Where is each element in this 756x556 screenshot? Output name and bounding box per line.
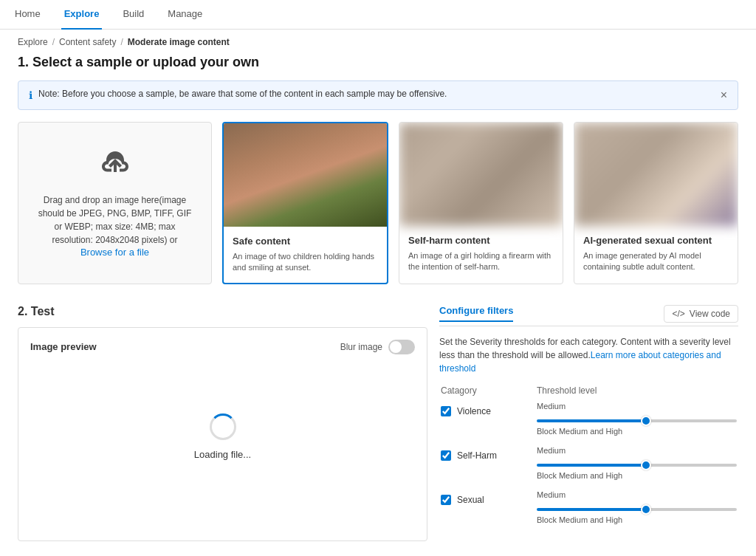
violence-label: Violence xyxy=(457,406,491,416)
upload-card[interactable]: Drag and drop an image here(image should… xyxy=(18,122,212,284)
alert-icon: ℹ xyxy=(29,89,32,101)
safe-card-title: Safe content xyxy=(233,236,378,247)
loading-text: Loading file... xyxy=(194,449,251,460)
loading-area: Loading file... xyxy=(30,363,415,511)
filters-description: Set the Severity thresholds for each cat… xyxy=(439,335,738,375)
selfharm-level: Medium xyxy=(537,446,737,455)
browse-link[interactable]: Browse for a file xyxy=(80,247,149,258)
filters-header: Configure filters </> View code xyxy=(439,305,738,323)
alert-banner: ℹ Note: Before you choose a sample, be a… xyxy=(18,80,738,110)
safe-card-image xyxy=(224,123,387,227)
ai-sexual-card-title: AI-generated sexual content xyxy=(583,235,729,246)
blur-toggle-area: Blur image xyxy=(340,340,415,354)
violence-block-label: Block Medium and High xyxy=(537,427,737,436)
breadcrumb-content-safety[interactable]: Content safety xyxy=(59,37,116,47)
upload-description: Drag and drop an image here(image should… xyxy=(33,193,196,247)
bottom-section: 2. Test Image preview Blur image Loading… xyxy=(18,305,738,541)
breadcrumb-explore[interactable]: Explore xyxy=(18,37,48,47)
view-code-button[interactable]: </> View code xyxy=(664,305,738,323)
sexual-slider-area: Medium Block Medium and High xyxy=(537,490,737,524)
test-title: 2. Test xyxy=(18,305,427,318)
violence-level: Medium xyxy=(537,402,737,411)
sexual-slider[interactable] xyxy=(537,508,737,511)
nav-build[interactable]: Build xyxy=(120,0,147,30)
filters-panel: Configure filters </> View code Set the … xyxy=(439,305,738,541)
selfharm-label: Self-Harm xyxy=(457,450,497,461)
nav-explore[interactable]: Explore xyxy=(61,0,103,30)
upload-icon xyxy=(97,148,133,185)
ai-sexual-card-body: AI-generated sexual content An image gen… xyxy=(574,226,738,282)
nav-manage[interactable]: Manage xyxy=(165,0,205,30)
filters-table-header: Catagory Threshold level xyxy=(439,385,738,396)
selfharm-card-desc: An image of a girl holding a firearm wit… xyxy=(408,250,554,273)
filter-row-sexual: Sexual Medium Block Medium and High xyxy=(439,490,738,524)
nav-home[interactable]: Home xyxy=(12,0,44,30)
image-preview-label: Image preview xyxy=(30,341,97,352)
sexual-label: Sexual xyxy=(457,495,484,505)
main-content: 1. Select a sample or upload your own ℹ … xyxy=(0,55,756,556)
code-icon: </> xyxy=(672,309,684,319)
top-nav: Home Explore Build Manage xyxy=(0,0,756,30)
selfharm-block-label: Block Medium and High xyxy=(537,471,737,480)
test-box: Image preview Blur image Loading file... xyxy=(18,327,427,541)
sexual-block-label: Block Medium and High xyxy=(537,515,737,524)
violence-slider[interactable] xyxy=(537,419,737,422)
breadcrumb-current: Moderate image content xyxy=(128,37,230,47)
safe-card-desc: An image of two children holding hands a… xyxy=(233,251,378,274)
alert-text-area: ℹ Note: Before you choose a sample, be a… xyxy=(29,89,447,101)
test-panel: 2. Test Image preview Blur image Loading… xyxy=(18,305,427,541)
filters-divider xyxy=(439,326,738,326)
col-header-threshold: Threshold level xyxy=(537,385,737,396)
selfharm-check-label: Self-Harm xyxy=(441,450,537,461)
sexual-check-label: Sexual xyxy=(441,495,537,505)
sexual-checkbox[interactable] xyxy=(441,495,451,505)
alert-message: Note: Before you choose a sample, be awa… xyxy=(38,89,447,99)
breadcrumb-sep-2: / xyxy=(120,37,123,47)
filter-row-selfharm: Self-Harm Medium Block Medium and High xyxy=(439,446,738,480)
filter-row-violence: Violence Medium Block Medium and High xyxy=(439,402,738,436)
sample-card-ai-sexual[interactable]: AI-generated sexual content An image gen… xyxy=(574,122,738,284)
cards-row: Drag and drop an image here(image should… xyxy=(18,122,738,284)
breadcrumb-sep-1: / xyxy=(52,37,55,47)
safe-card-body: Safe content An image of two children ho… xyxy=(224,227,387,283)
violence-check-label: Violence xyxy=(441,406,537,416)
selfharm-slider[interactable] xyxy=(537,464,737,467)
ai-sexual-card-image xyxy=(574,123,738,226)
filters-title-area: Configure filters xyxy=(439,305,525,322)
selfharm-checkbox[interactable] xyxy=(441,450,451,461)
violence-checkbox[interactable] xyxy=(441,406,451,416)
alert-close-button[interactable]: × xyxy=(721,89,727,102)
ai-sexual-card-desc: An image generated by AI model containin… xyxy=(583,250,729,273)
sample-card-selfharm[interactable]: Self-harm content An image of a girl hol… xyxy=(399,122,563,284)
view-code-label: View code xyxy=(690,309,730,319)
selfharm-card-body: Self-harm content An image of a girl hol… xyxy=(399,226,563,282)
selfharm-slider-area: Medium Block Medium and High xyxy=(537,446,737,480)
selfharm-card-image xyxy=(399,123,563,226)
blur-toggle-switch[interactable] xyxy=(388,340,415,354)
section1-title: 1. Select a sample or upload your own xyxy=(18,55,738,70)
toggle-knob xyxy=(390,341,402,353)
col-header-category: Catagory xyxy=(441,385,537,396)
violence-slider-area: Medium Block Medium and High xyxy=(537,402,737,436)
configure-filters-tab[interactable]: Configure filters xyxy=(439,305,513,322)
selfharm-card-title: Self-harm content xyxy=(408,235,554,246)
test-box-header: Image preview Blur image xyxy=(30,340,415,354)
loading-spinner xyxy=(210,413,236,440)
breadcrumb: Explore / Content safety / Moderate imag… xyxy=(0,30,756,55)
blur-label: Blur image xyxy=(340,342,382,352)
sample-card-safe[interactable]: Safe content An image of two children ho… xyxy=(222,122,388,284)
sexual-level: Medium xyxy=(537,490,737,499)
